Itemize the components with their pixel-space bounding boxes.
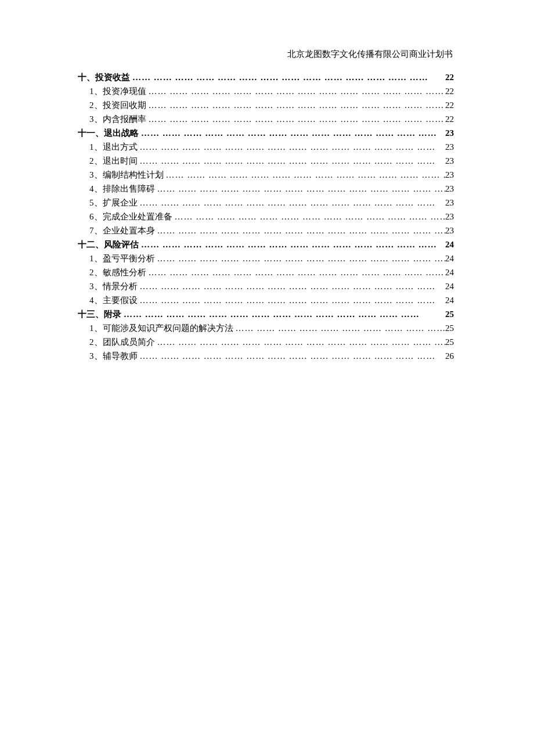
toc-item-label: 2、退出时间 [89,154,138,168]
toc-section: 十二、风险评估…… …… …… …… …… …… …… …… …… …… …… … [78,237,454,251]
toc-item-page: 23 [445,168,454,182]
toc-item: 2、敏感性分析…… …… …… …… …… …… …… …… …… …… …… … [78,265,454,279]
toc-section-label: 十一、退出战略 [78,126,139,140]
toc-item: 1、投资净现值…… …… …… …… …… …… …… …… …… …… …… … [78,84,454,98]
toc-leaders: …… …… …… …… …… …… …… …… …… …… …… …… …… …… [130,70,445,84]
toc-item: 5、扩展企业…… …… …… …… …… …… …… …… …… …… …… …… [78,196,454,210]
table-of-contents: 十、投资收益…… …… …… …… …… …… …… …… …… …… …… …… [78,70,454,363]
toc-section: 十一、退出战略…… …… …… …… …… …… …… …… …… …… …… … [78,126,454,140]
toc-leaders: …… …… …… …… …… …… …… …… …… …… …… …… …… …… [138,293,446,307]
toc-leaders: …… …… …… …… …… …… …… …… …… …… …… …… …… …… [138,279,446,293]
toc-section-page: 23 [445,126,454,140]
toc-leaders: …… …… …… …… …… …… …… …… …… …… …… …… …… …… [172,210,446,224]
toc-item: 3、情景分析…… …… …… …… …… …… …… …… …… …… …… …… [78,279,454,293]
toc-item-page: 23 [445,224,454,237]
toc-section-label: 十三、附录 [78,307,121,321]
toc-item-page: 23 [445,210,454,224]
toc-leaders: …… …… …… …… …… …… …… …… …… …… …… …… …… …… [146,265,446,279]
toc-item-page: 24 [445,251,454,265]
toc-item: 6、完成企业处置准备…… …… …… …… …… …… …… …… …… …… … [78,210,454,224]
toc-section-page: 25 [445,307,454,321]
toc-item-label: 1、可能涉及知识产权问题的解决方法 [89,321,233,335]
toc-item-page: 23 [445,154,454,168]
toc-leaders: …… …… …… …… …… …… …… …… …… …… …… …… …… …… [146,84,446,98]
toc-item: 1、退出方式…… …… …… …… …… …… …… …… …… …… …… …… [78,140,454,154]
toc-leaders: …… …… …… …… …… …… …… …… …… …… …… …… …… …… [138,140,446,154]
toc-leaders: …… …… …… …… …… …… …… …… …… …… …… …… …… …… [138,349,446,363]
toc-item-label: 2、投资回收期 [89,98,146,112]
toc-section-page: 22 [445,70,454,84]
toc-leaders: …… …… …… …… …… …… …… …… …… …… …… …… …… …… [139,126,445,140]
toc-section: 十、投资收益…… …… …… …… …… …… …… …… …… …… …… …… [78,70,454,84]
toc-item-label: 4、排除出售障碍 [89,182,155,196]
toc-item-label: 1、退出方式 [89,140,138,154]
toc-leaders: …… …… …… …… …… …… …… …… …… …… …… …… …… …… [164,168,446,182]
toc-item: 2、退出时间…… …… …… …… …… …… …… …… …… …… …… …… [78,154,454,168]
toc-leaders: …… …… …… …… …… …… …… …… …… …… …… …… …… …… [146,112,446,126]
toc-item: 2、投资回收期…… …… …… …… …… …… …… …… …… …… …… … [78,98,454,112]
toc-item: 3、内含报酬率…… …… …… …… …… …… …… …… …… …… …… … [78,112,454,126]
toc-item-page: 22 [445,112,454,126]
toc-item-label: 2、敏感性分析 [89,265,146,279]
toc-item: 1、可能涉及知识产权问题的解决方法…… …… …… …… …… …… …… ……… [78,321,454,335]
toc-item-page: 23 [445,182,454,196]
toc-item-label: 1、盈亏平衡分析 [89,251,155,265]
toc-item-page: 24 [445,293,454,307]
toc-section-label: 十、投资收益 [78,70,130,84]
toc-item-label: 3、情景分析 [89,279,138,293]
toc-item-label: 3、编制结构性计划 [89,168,164,182]
toc-leaders: …… …… …… …… …… …… …… …… …… …… …… …… …… …… [233,321,446,335]
toc-item-label: 3、内含报酬率 [89,112,146,126]
toc-leaders: …… …… …… …… …… …… …… …… …… …… …… …… …… …… [121,307,445,321]
toc-item: 4、排除出售障碍…… …… …… …… …… …… …… …… …… …… ……… [78,182,454,196]
toc-item: 3、辅导教师…… …… …… …… …… …… …… …… …… …… …… …… [78,349,454,363]
toc-item-page: 25 [445,321,454,335]
toc-item-page: 23 [445,140,454,154]
toc-item: 1、盈亏平衡分析…… …… …… …… …… …… …… …… …… …… ……… [78,251,454,265]
toc-item-label: 4、主要假设 [89,293,138,307]
toc-item-label: 3、辅导教师 [89,349,138,363]
toc-item-page: 22 [445,84,454,98]
toc-item-label: 6、完成企业处置准备 [89,210,172,224]
toc-section-label: 十二、风险评估 [78,237,139,251]
toc-item: 2、团队成员简介…… …… …… …… …… …… …… …… …… …… ……… [78,335,454,349]
toc-section: 十三、附录…… …… …… …… …… …… …… …… …… …… …… ……… [78,307,454,321]
toc-leaders: …… …… …… …… …… …… …… …… …… …… …… …… …… …… [138,196,446,210]
toc-item-label: 7、企业处置本身 [89,224,155,237]
toc-item-page: 24 [445,265,454,279]
toc-leaders: …… …… …… …… …… …… …… …… …… …… …… …… …… …… [155,182,446,196]
document-page: 北京龙图数字文化传播有限公司商业计划书 十、投资收益…… …… …… …… ……… [0,0,534,363]
toc-leaders: …… …… …… …… …… …… …… …… …… …… …… …… …… …… [138,154,446,168]
toc-section-page: 24 [445,237,454,251]
toc-item-page: 26 [445,349,454,363]
toc-item-label: 5、扩展企业 [89,196,138,210]
toc-item: 3、编制结构性计划…… …… …… …… …… …… …… …… …… …… …… [78,168,454,182]
toc-item-label: 1、投资净现值 [89,84,146,98]
toc-item-label: 2、团队成员简介 [89,335,155,349]
toc-leaders: …… …… …… …… …… …… …… …… …… …… …… …… …… …… [155,224,446,237]
toc-leaders: …… …… …… …… …… …… …… …… …… …… …… …… …… …… [155,251,446,265]
toc-item: 7、企业处置本身…… …… …… …… …… …… …… …… …… …… ……… [78,224,454,237]
toc-item-page: 22 [445,98,454,112]
page-header: 北京龙图数字文化传播有限公司商业计划书 [78,49,454,60]
toc-leaders: …… …… …… …… …… …… …… …… …… …… …… …… …… …… [139,237,445,251]
toc-leaders: …… …… …… …… …… …… …… …… …… …… …… …… …… …… [155,335,446,349]
toc-item-page: 23 [445,196,454,210]
toc-item-page: 25 [445,335,454,349]
toc-item: 4、主要假设…… …… …… …… …… …… …… …… …… …… …… …… [78,293,454,307]
toc-item-page: 24 [445,279,454,293]
toc-leaders: …… …… …… …… …… …… …… …… …… …… …… …… …… …… [146,98,446,112]
